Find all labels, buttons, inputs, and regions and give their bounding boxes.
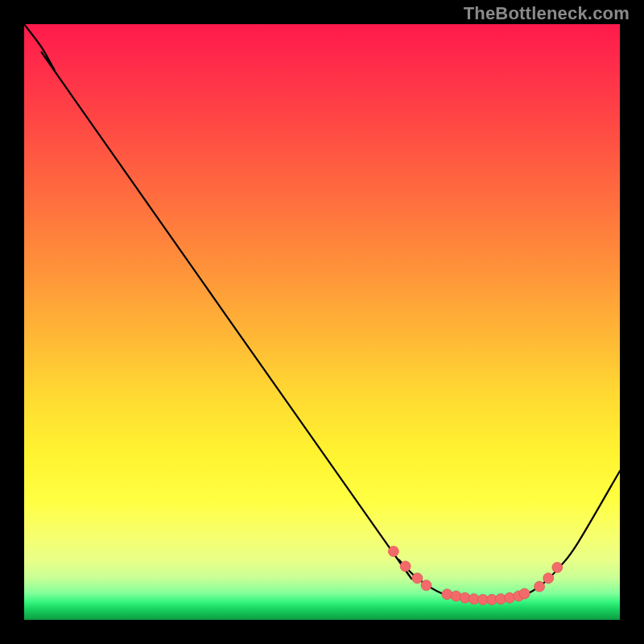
- curve-marker: [552, 562, 563, 572]
- curve-marker: [543, 573, 554, 584]
- plot-area: [24, 24, 620, 620]
- curve-marker: [421, 580, 431, 591]
- curve-marker: [519, 588, 530, 599]
- curve-marker: [535, 581, 545, 592]
- curve-marker: [412, 573, 423, 584]
- curve-markers-group: [388, 546, 563, 605]
- curve-marker: [388, 546, 398, 556]
- chart-container: TheBottleneck.com: [0, 0, 644, 644]
- curve-marker: [442, 589, 452, 600]
- curve-svg: [24, 24, 620, 620]
- curve-marker: [451, 591, 461, 601]
- curve-marker: [400, 561, 411, 572]
- curve-marker: [505, 592, 515, 603]
- attribution-label: TheBottleneck.com: [464, 3, 630, 24]
- bottleneck-curve: [24, 24, 620, 600]
